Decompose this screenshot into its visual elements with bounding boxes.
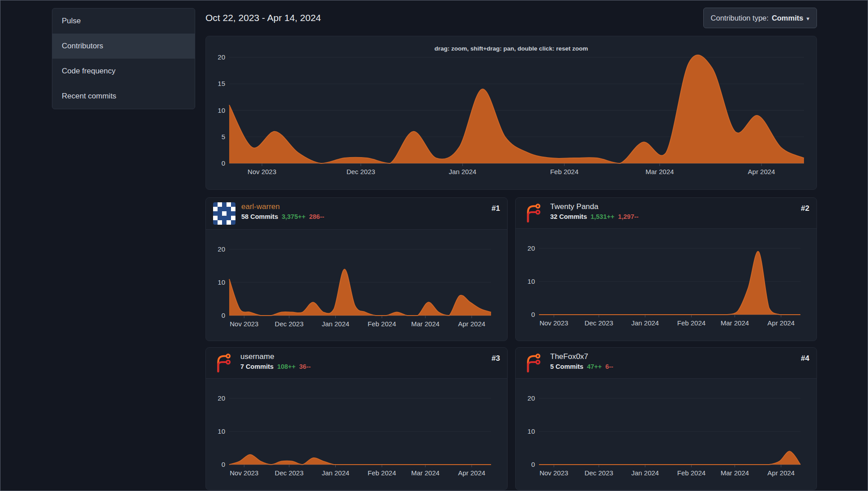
additions-count: 3,375++ [282,213,305,220]
contributor-name-link[interactable]: earl-warren [241,202,486,211]
commit-count: 32 Commits [550,213,587,220]
overall-chart-panel: drag: zoom, shift+drag: pan, double clic… [205,36,817,190]
activity-menu: Pulse Contributors Code frequency Recent… [52,8,195,109]
contributor-card-header: Twenty Panda 32 Commits 1,531++ 1,297-- … [516,198,817,229]
deletions-count: 36-- [299,363,311,370]
contributor-cards-grid: earl-warren 58 Commits 3,375++ 286-- #1 … [205,197,817,490]
contributor-info: TheFox0x7 5 Commits 47++ 6-- [550,352,795,370]
svg-text:Mar 2024: Mar 2024 [411,469,439,477]
sidebar: Pulse Contributors Code frequency Recent… [52,8,195,490]
svg-text:Feb 2024: Feb 2024 [677,469,706,477]
svg-text:Mar 2024: Mar 2024 [646,168,674,175]
contributor-rank: #2 [801,204,809,213]
contributor-rank: #1 [492,204,500,213]
forgejo-logo-avatar[interactable] [213,352,235,374]
svg-text:Feb 2024: Feb 2024 [550,168,578,175]
svg-text:15: 15 [218,80,225,87]
contributor-name-link[interactable]: username [240,352,486,361]
deletions-count: 286-- [309,213,324,220]
commit-count: 7 Commits [240,363,274,370]
svg-text:Jan 2024: Jan 2024 [449,168,476,175]
svg-text:0: 0 [222,312,225,319]
svg-text:Apr 2024: Apr 2024 [767,469,795,477]
svg-text:Dec 2023: Dec 2023 [275,469,304,477]
deletions-count: 6-- [605,363,613,370]
contributor-name-link[interactable]: Twenty Panda [550,202,795,211]
svg-text:0: 0 [531,461,535,468]
sidebar-item-recent-commits[interactable]: Recent commits [52,84,195,109]
svg-text:Apr 2024: Apr 2024 [748,168,775,175]
svg-text:Nov 2023: Nov 2023 [539,319,568,327]
forgejo-logo-avatar[interactable] [523,202,544,224]
svg-text:Jan 2024: Jan 2024 [631,469,659,477]
date-range-title: Oct 22, 2023 - Apr 14, 2024 [205,13,321,23]
svg-text:Dec 2023: Dec 2023 [346,168,375,175]
contributor-name-link[interactable]: TheFox0x7 [550,352,795,361]
svg-text:Apr 2024: Apr 2024 [767,319,795,327]
sidebar-item-pulse[interactable]: Pulse [52,9,195,34]
svg-text:Feb 2024: Feb 2024 [368,320,396,328]
svg-text:Dec 2023: Dec 2023 [585,469,613,477]
sidebar-item-code-frequency[interactable]: Code frequency [52,59,195,84]
svg-text:5: 5 [222,133,225,141]
svg-text:Feb 2024: Feb 2024 [368,469,396,477]
avatar[interactable] [213,202,235,225]
chart-zoom-hint: drag: zoom, shift+drag: pan, double clic… [213,45,809,52]
svg-text:10: 10 [218,107,225,114]
contributor-card-thefox0x7: TheFox0x7 5 Commits 47++ 6-- #4 01020Nov… [515,347,817,490]
svg-text:20: 20 [218,394,225,402]
additions-count: 108++ [277,363,295,370]
svg-text:Apr 2024: Apr 2024 [458,320,485,328]
svg-text:10: 10 [527,427,535,435]
svg-text:Feb 2024: Feb 2024 [677,319,706,327]
contributor-stats: 7 Commits 108++ 36-- [240,363,486,370]
svg-text:Jan 2024: Jan 2024 [631,319,659,327]
sidebar-item-contributors[interactable]: Contributors [52,34,195,59]
overall-commits-area-chart[interactable]: 05101520Nov 2023Dec 2023Jan 2024Feb 2024… [213,52,809,181]
contributor-rank: #4 [801,354,809,363]
contribution-type-dropdown[interactable]: Contribution type: Commits ▾ [703,8,817,28]
contributor-stats: 32 Commits 1,531++ 1,297-- [550,213,795,220]
additions-count: 1,531++ [590,213,614,220]
svg-text:Mar 2024: Mar 2024 [721,469,749,477]
contributor-info: Twenty Panda 32 Commits 1,531++ 1,297-- [550,202,795,220]
commit-count: 5 Commits [550,363,583,370]
main-content: Oct 22, 2023 - Apr 14, 2024 Contribution… [205,8,817,490]
svg-text:0: 0 [222,461,225,468]
svg-text:0: 0 [531,311,535,318]
contributor-stats: 58 Commits 3,375++ 286-- [241,213,486,220]
svg-text:10: 10 [527,278,535,285]
svg-text:Jan 2024: Jan 2024 [322,469,350,477]
contribution-type-value: Commits [772,14,804,22]
svg-text:20: 20 [527,244,535,252]
contributor-commits-area-chart[interactable]: 01020Nov 2023Dec 2023Jan 2024Feb 2024Mar… [213,380,500,483]
svg-text:Jan 2024: Jan 2024 [322,320,350,328]
contributor-commits-area-chart[interactable]: 01020Nov 2023Dec 2023Jan 2024Feb 2024Mar… [523,231,809,333]
chevron-down-icon: ▾ [806,15,809,22]
svg-text:Mar 2024: Mar 2024 [411,320,439,328]
contributor-commits-area-chart[interactable]: 01020Nov 2023Dec 2023Jan 2024Feb 2024Mar… [213,231,500,334]
contributor-card-header: username 7 Commits 108++ 36-- #3 [206,348,507,379]
svg-text:Mar 2024: Mar 2024 [721,319,749,327]
svg-text:20: 20 [527,394,535,402]
commit-count: 58 Commits [241,213,278,220]
svg-text:Dec 2023: Dec 2023 [585,319,613,327]
contributors-page: Pulse Contributors Code frequency Recent… [0,0,868,490]
svg-text:0: 0 [222,159,225,167]
main-header: Oct 22, 2023 - Apr 14, 2024 Contribution… [205,8,817,28]
svg-text:Nov 2023: Nov 2023 [539,469,568,477]
svg-text:Apr 2024: Apr 2024 [458,469,485,477]
svg-text:Nov 2023: Nov 2023 [230,469,258,477]
contribution-type-label: Contribution type: [711,14,769,22]
contributor-stats: 5 Commits 47++ 6-- [550,363,795,370]
contributor-card-twenty-panda: Twenty Panda 32 Commits 1,531++ 1,297-- … [515,197,817,341]
contributor-card-username: username 7 Commits 108++ 36-- #3 01020No… [205,347,508,490]
svg-text:20: 20 [218,245,225,253]
deletions-count: 1,297-- [618,213,638,220]
contributor-commits-area-chart[interactable]: 01020Nov 2023Dec 2023Jan 2024Feb 2024Mar… [523,380,809,483]
svg-text:Nov 2023: Nov 2023 [230,320,258,328]
svg-text:Nov 2023: Nov 2023 [248,168,276,175]
forgejo-logo-avatar[interactable] [523,352,544,374]
contributor-info: username 7 Commits 108++ 36-- [240,352,486,370]
contributor-info: earl-warren 58 Commits 3,375++ 286-- [241,202,486,220]
